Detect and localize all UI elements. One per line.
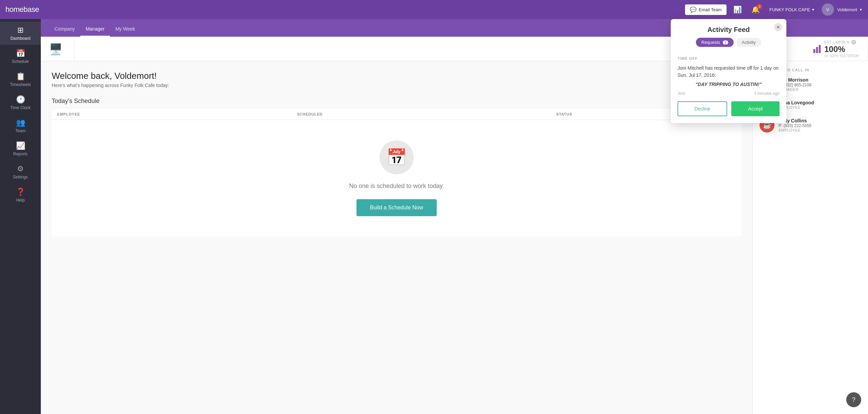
reports-icon: 📈 (16, 141, 25, 150)
subnav-company[interactable]: Company (49, 22, 80, 37)
dashboard-icon: ⊞ (17, 26, 23, 35)
person-phone: P: (833) 222-5555 (779, 123, 812, 128)
settings-icon: ⚙ (17, 165, 24, 173)
est-labor-label: EST. LABOR % ? (824, 40, 859, 45)
sidebar-item-timeclock[interactable]: 🕐 Time Clock (0, 91, 41, 114)
timeclock-icon: 🕐 (16, 95, 25, 104)
build-schedule-button[interactable]: Build a Schedule Now (356, 199, 437, 216)
sidebar: ⊞ Dashboard 📅 Schedule 📋 Timesheets 🕐 Ti… (0, 19, 41, 414)
timesheets-icon: 📋 (16, 72, 25, 81)
welcome-section: Welcome back, Voldemort! Here's what's h… (52, 71, 741, 88)
sidebar-item-help[interactable]: ❓ Help (0, 184, 41, 207)
sidebar-item-settings[interactable]: ⚙ Settings (0, 160, 41, 184)
help-icon: ❓ (16, 188, 25, 196)
sidebar-item-reports[interactable]: 📈 Reports (0, 137, 41, 160)
sidebar-label-timeclock: Time Clock (10, 105, 31, 110)
nav-actions: 💬 Email Team 📊 🔔 1 FUNKY FOLK CAFE ▼ V V… (685, 3, 863, 16)
user-name: Voldemort (837, 7, 857, 12)
analytics-icon-button[interactable]: 📊 (731, 4, 745, 15)
sidebar-label-help: Help (16, 198, 25, 203)
time-off-quote: "DAY TRIPPING TO AUSTIN!" (678, 82, 780, 87)
sidebar-label-schedule: Schedule (12, 59, 29, 64)
meta-time: 3 minutes ago (754, 91, 780, 96)
labor-bar-chart-icon (813, 45, 821, 53)
subnav-myweek[interactable]: My Week (110, 22, 140, 37)
tab-requests[interactable]: Requests 1 (696, 38, 734, 47)
sidebar-item-timesheets[interactable]: 📋 Timesheets (0, 68, 41, 91)
decline-button[interactable]: Decline (678, 101, 727, 116)
tab-requests-label: Requests (701, 40, 720, 45)
sidebar-label-reports: Reports (13, 152, 28, 156)
labor-stat-info: EST. LABOR % ? 100% vs. 100% YESTERDAY (824, 40, 859, 58)
labor-stat: EST. LABOR % ? 100% vs. 100% YESTERDAY (805, 37, 868, 61)
notification-badge: 1 (757, 4, 762, 9)
empty-schedule: 📅 No one is scheduled to work today. Bui… (52, 120, 741, 237)
email-team-label: Email Team (699, 7, 722, 12)
user-avatar: V (822, 3, 834, 16)
modal-close-button[interactable]: ✕ (774, 23, 782, 31)
modal-actions: Decline Accept (678, 101, 780, 116)
schedule-title: Today's Schedule (52, 98, 100, 105)
brand-logo: homebase (5, 5, 39, 14)
schedule-header: Today's Schedule VIEW FULL SCHEDULE (52, 98, 741, 105)
chevron-down-icon: ▼ (812, 8, 815, 12)
col-employee: EMPLOYEE (52, 109, 291, 120)
subnav-manager[interactable]: Manager (80, 22, 110, 37)
support-button[interactable]: ? (846, 392, 861, 407)
sidebar-item-schedule[interactable]: 📅 Schedule (0, 45, 41, 68)
accept-button[interactable]: Accept (731, 101, 780, 116)
empty-calendar-icon: 📅 (380, 140, 414, 174)
time-off-message: Joni Mitchell has requested time off for… (678, 65, 780, 79)
schedule-table: EMPLOYEE SCHEDULED STATUS (52, 109, 741, 120)
welcome-subtext: Here's what's happening across Funky Fol… (52, 83, 741, 88)
register-stat: 🖥️ (41, 37, 74, 61)
empty-message: No one is scheduled to work today. (349, 183, 444, 190)
time-off-section-label: TIME OFF (678, 56, 780, 61)
top-nav: homebase 💬 Email Team 📊 🔔 1 FUNKY FOLK C… (0, 0, 868, 19)
cafe-name: FUNKY FOLK CAFE (769, 7, 810, 12)
sidebar-label-settings: Settings (13, 175, 28, 179)
requests-badge: 1 (723, 40, 728, 45)
register-icon: 🖥️ (49, 42, 63, 55)
labor-vs-yesterday: vs. 100% YESTERDAY (824, 54, 859, 58)
meta-from: Joni (678, 91, 685, 96)
content-area: Welcome back, Voldemort! Here's what's h… (41, 61, 752, 414)
sidebar-item-dashboard[interactable]: ⊞ Dashboard (0, 22, 41, 45)
team-icon: 👥 (16, 118, 25, 127)
todays-schedule: Today's Schedule VIEW FULL SCHEDULE EMPL… (52, 98, 741, 237)
labor-percent-value: 100% (824, 45, 859, 54)
sidebar-label-team: Team (15, 128, 25, 133)
activity-feed-modal: Activity Feed ✕ Requests 1 Activity TIME… (671, 19, 786, 123)
question-icon[interactable]: ? (851, 40, 856, 45)
modal-tabs: Requests 1 Activity (671, 38, 786, 51)
chat-icon: 💬 (690, 6, 697, 13)
tab-activity-label: Activity (742, 40, 756, 45)
notifications-button[interactable]: 🔔 1 (749, 4, 763, 15)
sidebar-label-dashboard: Dashboard (11, 36, 31, 41)
modal-title: Activity Feed (678, 26, 780, 34)
welcome-heading: Welcome back, Voldemort! (52, 71, 741, 81)
modal-header: Activity Feed ✕ (671, 19, 786, 38)
col-scheduled: SCHEDULED (291, 109, 551, 120)
sidebar-label-timesheets: Timesheets (10, 82, 31, 87)
modal-body: TIME OFF Joni Mitchell has requested tim… (671, 51, 786, 123)
tab-activity[interactable]: Activity (736, 38, 761, 47)
email-team-button[interactable]: 💬 Email Team (685, 4, 727, 15)
person-role: EMPLOYEE (779, 128, 812, 132)
modal-meta: Joni 3 minutes ago (678, 91, 780, 96)
user-menu[interactable]: V Voldemort ▼ (822, 3, 863, 16)
user-chevron-icon: ▼ (859, 8, 863, 12)
cafe-selector[interactable]: FUNKY FOLK CAFE ▼ (767, 6, 818, 14)
sidebar-item-team[interactable]: 👥 Team (0, 114, 41, 137)
schedule-icon: 📅 (16, 49, 25, 58)
